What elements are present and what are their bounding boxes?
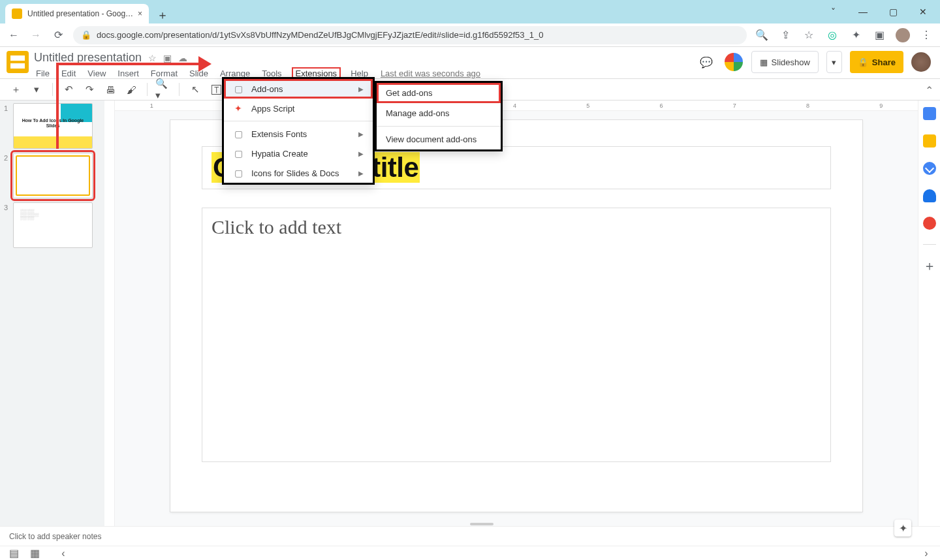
window-maximize-icon[interactable]: ▢ (879, 2, 907, 22)
extensions-menu: ▢ Add-ons ▶ ✦ Apps Script ▢ Extensis Fon… (222, 77, 375, 185)
lock-share-icon: 🔒 (858, 57, 868, 67)
move-icon[interactable]: ▣ (163, 53, 172, 63)
doc-title-input[interactable]: Untitled presentation (34, 51, 142, 65)
menu-item-icons[interactable]: ▢ Icons for Slides & Docs ▶ (224, 163, 373, 183)
account-avatar[interactable] (911, 52, 931, 72)
hide-sidepanel-icon[interactable]: › (920, 548, 932, 559)
slideshow-dropdown[interactable]: ▾ (826, 51, 842, 73)
url-text: docs.google.com/presentation/d/1ytSvXs8V… (97, 30, 543, 40)
window-minimize-icon[interactable]: — (849, 2, 877, 22)
submenu-arrow-icon: ▶ (358, 86, 364, 93)
star-icon[interactable]: ☆ (148, 53, 157, 63)
comments-icon[interactable]: 💬 (697, 52, 716, 72)
icons-pack-icon: ▢ (233, 168, 243, 178)
ruler-vertical (104, 101, 115, 526)
slide-thumb-2[interactable] (13, 153, 93, 198)
redo-button[interactable]: ↷ (82, 82, 97, 97)
workspace: 1 How To Add Icons In Google Slides 2 3 … (0, 101, 940, 526)
tasks-icon[interactable] (923, 162, 936, 175)
grid-view-icon[interactable]: ▦ (29, 548, 40, 559)
select-tool[interactable]: ↖ (187, 82, 203, 97)
slideshow-icon: ▦ (760, 57, 768, 67)
slides-favicon (12, 8, 22, 19)
slides-header: Untitled presentation ☆ ▣ ☁ File Edit Vi… (0, 47, 940, 78)
slide-thumb-3[interactable]: ░░░░░░░░░░░░░░░░░░░░ (13, 202, 93, 248)
side-panel: ＋ (918, 101, 940, 526)
maps-icon[interactable] (923, 217, 936, 230)
extensions-icon[interactable]: ✦ (849, 28, 863, 42)
slide-thumb-1[interactable]: How To Add Icons In Google Slides (13, 103, 93, 149)
menu-item-extensis[interactable]: ▢ Extensis Fonts ▶ (224, 124, 373, 144)
chrome-menu-icon[interactable]: ⋮ (919, 28, 933, 42)
hypatia-icon: ▢ (233, 148, 243, 159)
thumb-number: 1 (4, 103, 10, 149)
tab-title: Untitled presentation - Google S (27, 9, 134, 18)
window-close-icon[interactable]: ✕ (909, 2, 937, 22)
browser-address-bar: ← → ⟳ 🔒 docs.google.com/presentation/d/1… (0, 23, 940, 47)
cloud-status-icon[interactable]: ☁ (178, 53, 187, 63)
meet-icon[interactable] (724, 52, 744, 72)
extensis-icon: ▢ (233, 129, 243, 139)
share-button[interactable]: 🔒 Share (850, 51, 903, 73)
tab-close-icon[interactable]: × (138, 9, 142, 18)
bottom-bar: ▤ ▦ ‹ › (0, 546, 940, 560)
get-addons-sidepanel-icon[interactable]: ＋ (923, 259, 936, 272)
calendar-icon[interactable] (923, 107, 936, 120)
url-input[interactable]: 🔒 docs.google.com/presentation/d/1ytSvXs… (73, 26, 747, 44)
submenu-arrow-icon: ▶ (358, 170, 364, 177)
sidepanel-toggle-icon[interactable]: ▣ (872, 28, 886, 42)
thumb-number: 3 (4, 202, 10, 248)
collapse-panel-icon[interactable]: ‹ (57, 548, 69, 559)
profile-avatar[interactable] (896, 28, 910, 42)
submenu-arrow-icon: ▶ (358, 150, 364, 157)
menu-item-get-addons[interactable]: Get add-ons (377, 83, 501, 103)
browser-tabstrip: Untitled presentation - Google S × ＋ ˅ —… (0, 0, 940, 23)
new-slide-button[interactable]: ＋ (8, 82, 24, 97)
forward-icon[interactable]: → (29, 28, 43, 42)
zoom-tool[interactable]: 🔍▾ (155, 82, 171, 97)
new-slide-dropdown[interactable]: ▾ (29, 82, 44, 97)
collapse-toolbar-icon[interactable]: ⌃ (925, 84, 933, 97)
share-url-icon[interactable]: ⇪ (778, 28, 792, 42)
new-tab-button[interactable]: ＋ (154, 7, 171, 23)
filmstrip-view-icon[interactable]: ▤ (8, 548, 20, 559)
bookmark-icon[interactable]: ☆ (802, 28, 816, 42)
contacts-icon[interactable] (923, 189, 936, 202)
last-edit-link[interactable]: Last edit was seconds ago (381, 69, 480, 78)
addons-icon: ▢ (233, 84, 243, 94)
slides-logo-icon[interactable] (7, 51, 29, 73)
print-button[interactable]: 🖶 (102, 82, 118, 97)
menu-item-manage-addons[interactable]: Manage add-ons (377, 103, 501, 123)
menu-item-addons[interactable]: ▢ Add-ons ▶ (224, 79, 373, 99)
browser-tab-active[interactable]: Untitled presentation - Google S × (5, 4, 149, 23)
back-icon[interactable]: ← (7, 28, 21, 42)
submenu-arrow-icon: ▶ (358, 131, 364, 138)
speaker-notes[interactable]: Click to add speaker notes (0, 526, 940, 546)
thumb-number: 2 (4, 153, 10, 198)
apps-script-icon: ✦ (233, 103, 243, 114)
menu-item-hypatia[interactable]: ▢ Hypatia Create ▶ (224, 144, 373, 163)
undo-button[interactable]: ↶ (61, 82, 76, 97)
grammarly-icon[interactable]: ◎ (825, 28, 839, 42)
menu-item-apps-script[interactable]: ✦ Apps Script (224, 99, 373, 118)
keep-icon[interactable] (923, 134, 936, 148)
zoom-icon[interactable]: 🔍 (755, 28, 769, 42)
paint-format-button[interactable]: 🖌 (123, 82, 139, 97)
slide-panel: 1 How To Add Icons In Google Slides 2 3 … (0, 101, 104, 526)
menu-item-view-doc-addons[interactable]: View document add-ons (377, 129, 501, 149)
body-placeholder[interactable]: Click to add text (202, 208, 831, 462)
window-dropdown-icon[interactable]: ˅ (819, 2, 847, 22)
reload-icon[interactable]: ⟳ (51, 28, 65, 42)
addons-submenu: Get add-ons Manage add-ons View document… (375, 81, 503, 151)
explore-button[interactable]: ✦ (894, 520, 911, 537)
slideshow-button[interactable]: ▦ Slideshow (751, 51, 819, 73)
lock-icon: 🔒 (81, 30, 91, 40)
